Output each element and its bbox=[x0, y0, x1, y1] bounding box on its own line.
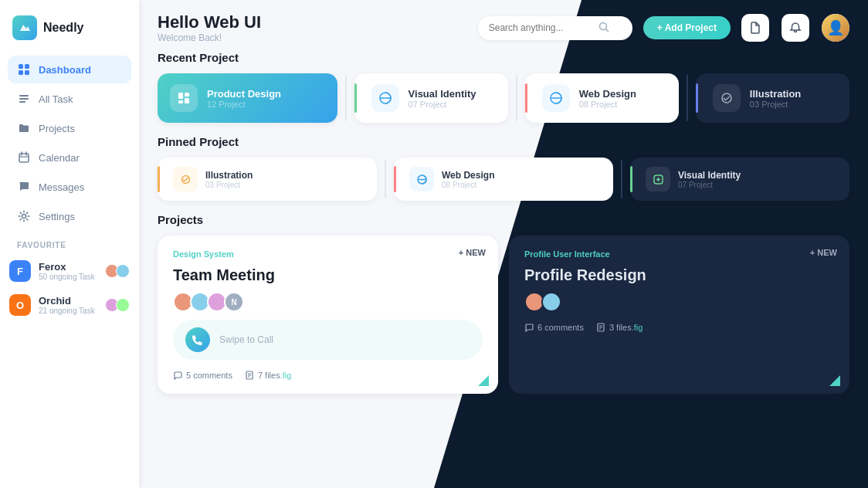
comments-text: 6 comments bbox=[537, 323, 584, 332]
ferox-sub: 50 ongoing Task bbox=[39, 273, 100, 281]
profile-redesign-title: Profile Redesign bbox=[524, 266, 834, 284]
illustration-info: Illustration 03 Project bbox=[750, 88, 801, 109]
divider bbox=[385, 160, 386, 198]
files-text: 7 files.fig bbox=[258, 371, 291, 380]
recent-project-illustration[interactable]: Illustration 03 Project bbox=[696, 73, 849, 123]
project-big-cards-row: Design System Team Meeting + NEW N bbox=[158, 236, 849, 394]
user-avatar-img: 👤 bbox=[822, 14, 849, 42]
pinned-illustration-info: Illustration 03 Project bbox=[205, 170, 253, 189]
pinned-web-design-bar bbox=[394, 166, 396, 192]
visual-identity-sub: 07 Project bbox=[409, 100, 476, 109]
recent-projects-title: Recent Project bbox=[158, 51, 849, 64]
mini-avatar bbox=[116, 264, 130, 278]
divider bbox=[516, 75, 517, 121]
ferox-info: Ferox 50 ongoing Task bbox=[39, 261, 100, 281]
sidebar-item-all-task-label: All Task bbox=[39, 93, 73, 105]
logo-icon bbox=[12, 15, 37, 40]
team-meeting-new-badge[interactable]: + NEW bbox=[459, 248, 486, 257]
page-title: Hello Web UI bbox=[158, 12, 478, 32]
svg-rect-5 bbox=[19, 98, 29, 100]
swipe-to-call-button[interactable]: Swipe to Call bbox=[173, 320, 483, 360]
project-profile-redesign[interactable]: Profile User Interface Profile Redesign … bbox=[509, 236, 849, 394]
svg-point-12 bbox=[599, 22, 606, 29]
orchid-info: Orchid 21 ongoing Task bbox=[39, 295, 100, 315]
product-design-icon bbox=[170, 84, 198, 112]
svg-rect-14 bbox=[178, 93, 183, 99]
svg-rect-3 bbox=[25, 70, 29, 75]
recent-project-web-design[interactable]: Web Design 08 Project bbox=[525, 73, 679, 123]
pinned-visual-identity[interactable]: Visual Identity 07 Project bbox=[630, 158, 849, 201]
illustration-name: Illustration bbox=[750, 88, 801, 100]
recent-projects-row: Product Design 12 Project bbox=[158, 73, 849, 123]
pinned-illustration-icon bbox=[173, 167, 198, 191]
sidebar-item-calendar[interactable]: Calendar bbox=[8, 144, 131, 171]
projects-title: Projects bbox=[158, 213, 849, 226]
svg-rect-2 bbox=[19, 70, 23, 75]
pinned-web-design[interactable]: Web Design 08 Project bbox=[394, 158, 613, 201]
user-avatar[interactable]: 👤 bbox=[822, 14, 849, 42]
pinned-web-design-name: Web Design bbox=[442, 170, 494, 181]
recent-project-product-design[interactable]: Product Design 12 Project bbox=[158, 73, 337, 123]
comments-item: 6 comments bbox=[524, 323, 584, 332]
visual-identity-info: Visual Identity 07 Project bbox=[409, 88, 476, 109]
visual-identity-bar bbox=[354, 83, 357, 113]
product-design-info: Product Design 12 Project bbox=[207, 88, 281, 109]
profile-redesign-avatars bbox=[524, 292, 834, 312]
app-logo: Needly bbox=[0, 12, 139, 56]
dashboard-icon bbox=[17, 63, 31, 76]
projects-section: Projects Design System Team Meeting + NE… bbox=[158, 213, 849, 394]
project-team-meeting[interactable]: Design System Team Meeting + NEW N bbox=[158, 236, 498, 394]
recent-project-visual-identity[interactable]: Visual Identity 07 Project bbox=[354, 73, 508, 123]
search-input[interactable] bbox=[489, 22, 589, 33]
ferox-member-avatars bbox=[108, 264, 130, 278]
header: Hello Web UI Welcome Back! + Add Project bbox=[139, 0, 868, 51]
sidebar-item-messages[interactable]: Messages bbox=[8, 173, 131, 201]
search-button[interactable] bbox=[598, 22, 609, 35]
svg-rect-17 bbox=[185, 98, 189, 103]
svg-rect-15 bbox=[185, 93, 189, 97]
illustration-bar bbox=[696, 83, 698, 113]
sidebar-item-projects[interactable]: Projects bbox=[8, 114, 131, 142]
favourite-orchid[interactable]: O Orchid 21 ongoing Task bbox=[0, 288, 139, 322]
sidebar-item-settings[interactable]: Settings bbox=[8, 202, 131, 230]
main-content: Hello Web UI Welcome Back! + Add Project bbox=[139, 0, 868, 488]
illustration-icon bbox=[713, 84, 741, 112]
calendar-icon bbox=[17, 151, 31, 164]
orchid-avatar: O bbox=[9, 294, 31, 316]
sidebar-item-dashboard[interactable]: Dashboard bbox=[8, 56, 131, 83]
header-title-section: Hello Web UI Welcome Back! bbox=[158, 12, 478, 43]
files-item: 3 files.fig bbox=[596, 323, 643, 332]
add-project-button[interactable]: + Add Project bbox=[643, 16, 731, 39]
profile-redesign-footer: 6 comments 3 files.fig bbox=[524, 323, 834, 332]
sidebar: Needly Dashboard bbox=[0, 0, 139, 488]
sidebar-item-all-task[interactable]: All Task bbox=[8, 85, 131, 113]
visual-identity-name: Visual Identity bbox=[409, 88, 476, 100]
pinned-illustration[interactable]: Illustration 03 Project bbox=[158, 158, 377, 201]
favourites-section-label: FAVOURITE bbox=[0, 230, 139, 254]
notifications-button[interactable] bbox=[782, 14, 809, 42]
ferox-name: Ferox bbox=[39, 261, 100, 273]
sidebar-item-messages-label: Messages bbox=[39, 181, 84, 193]
files-button[interactable] bbox=[741, 14, 769, 42]
files-text: 3 files.fig bbox=[609, 323, 643, 332]
pinned-web-design-sub: 08 Project bbox=[442, 181, 494, 189]
product-design-name: Product Design bbox=[207, 88, 281, 100]
svg-rect-6 bbox=[19, 101, 25, 103]
team-meeting-footer: 5 comments 7 files.fig bbox=[173, 371, 483, 380]
nav-menu: Dashboard All Task Proje bbox=[0, 56, 139, 230]
favourite-ferox[interactable]: F Ferox 50 ongoing Task bbox=[0, 254, 139, 288]
orchid-sub: 21 ongoing Task bbox=[39, 307, 100, 315]
divider bbox=[621, 160, 622, 198]
web-design-info: Web Design 08 Project bbox=[579, 88, 636, 109]
pinned-illustration-sub: 03 Project bbox=[205, 181, 253, 189]
sidebar-item-projects-label: Projects bbox=[39, 123, 75, 134]
pinned-projects-section: Pinned Project Illustration bbox=[158, 135, 849, 201]
svg-rect-1 bbox=[25, 64, 29, 69]
messages-icon bbox=[17, 180, 31, 194]
phone-icon bbox=[185, 327, 210, 352]
profile-redesign-new-badge[interactable]: + NEW bbox=[810, 248, 837, 257]
corner-badge-dark bbox=[829, 375, 840, 386]
header-icons: 👤 bbox=[741, 14, 849, 42]
sidebar-item-dashboard-label: Dashboard bbox=[39, 64, 91, 76]
web-design-icon bbox=[542, 84, 570, 112]
